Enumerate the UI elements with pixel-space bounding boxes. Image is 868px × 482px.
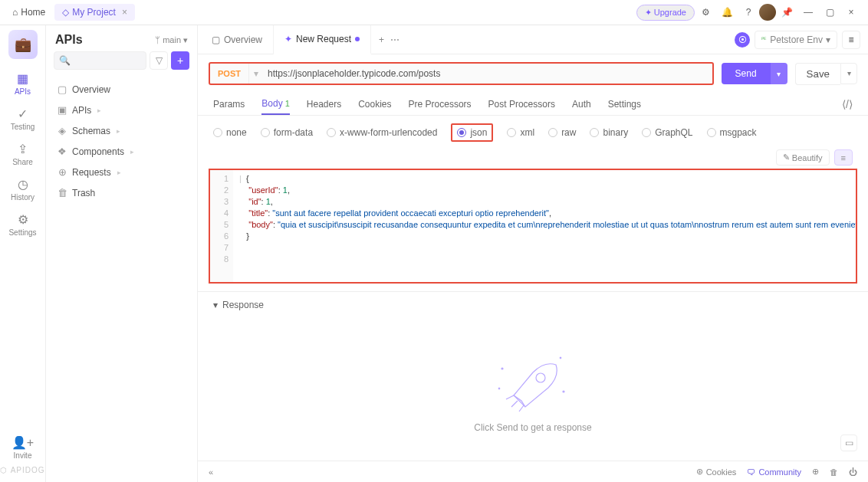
rail-share[interactable]: ⇪Share [4, 137, 42, 171]
subtab-pre[interactable]: Pre Processors [409, 93, 472, 115]
branch-selector[interactable]: ᛘ main ▾ [155, 35, 188, 45]
title-bar: ⌂ Home ◇ My Project × ✦ Upgrade ⚙ 🔔 ? 📌 … [0, 0, 868, 25]
subtab-params[interactable]: Params [213, 93, 245, 115]
bodytype-json[interactable]: json [451, 123, 493, 142]
chevron-down-icon: ▾ [183, 35, 188, 45]
pin-icon[interactable]: 📌 [776, 2, 797, 23]
cookie-icon: ⊛ [696, 467, 703, 477]
tree-components[interactable]: ❖Components▸ [46, 141, 197, 162]
bodytype-form[interactable]: form-data [261, 127, 313, 138]
subtab-post[interactable]: Post Processors [488, 93, 555, 115]
brand-label: ⬡ APIDOG [0, 466, 44, 482]
gear-icon[interactable]: ⚙ [695, 2, 716, 23]
tree-requests[interactable]: ⊕Requests▸ [46, 162, 197, 182]
collapse-sidebar-button[interactable]: « [209, 467, 213, 477]
method-selector[interactable]: POST [210, 64, 249, 84]
subtab-headers[interactable]: Headers [307, 93, 341, 115]
plus-icon: + [177, 54, 183, 67]
wand-icon: ✎ [783, 152, 790, 162]
sidebar-title: APIs [55, 33, 83, 47]
bodytype-raw[interactable]: raw [548, 127, 576, 138]
bodytype-urlenc[interactable]: x-www-form-urlencoded [327, 127, 437, 138]
close-window-icon[interactable]: × [840, 2, 862, 23]
search-input[interactable]: 🔍 [54, 51, 146, 70]
chevron-down-icon[interactable]: ▾ [249, 68, 263, 79]
new-tab-button[interactable]: + [379, 34, 384, 45]
overview-icon: ▢ [212, 34, 220, 45]
footer-trash-icon[interactable]: 🗑 [830, 467, 838, 477]
tab-new-request[interactable]: ✦New Request [274, 25, 371, 54]
env-badge[interactable]: ⦿ [735, 32, 750, 48]
project-tab[interactable]: ◇ My Project × [54, 4, 135, 21]
home-label: Home [21, 7, 45, 18]
maximize-icon[interactable]: ▢ [819, 2, 840, 23]
rail-testing[interactable]: ✓Testing [4, 102, 42, 136]
bodytype-graphql[interactable]: GraphQL [642, 127, 692, 138]
bodytype-none[interactable]: none [213, 127, 247, 138]
status-bar: « ⊛Cookies 🗨Community ⊕ 🗑 ⏻ [198, 461, 868, 482]
footer-power-icon[interactable]: ⏻ [849, 467, 857, 477]
expand-response-button[interactable]: ▭ [840, 434, 857, 451]
subtab-body[interactable]: Body1 [261, 93, 289, 115]
tab-menu-button[interactable]: ⋯ [390, 34, 399, 45]
svg-point-2 [563, 391, 564, 392]
unsaved-dot-icon [355, 37, 360, 41]
request-sub-tabs: Params Body1 Headers Cookies Pre Process… [198, 93, 868, 116]
home-tab[interactable]: ⌂ Home [6, 4, 51, 21]
avatar[interactable] [759, 4, 776, 21]
footer-cookies[interactable]: ⊛Cookies [696, 467, 737, 477]
tab-overview[interactable]: ▢Overview [201, 25, 274, 54]
json-editor[interactable]: 12345678 | { "userId": 1, "id": 1, "titl… [209, 169, 857, 284]
save-dropdown-button[interactable]: ▾ [840, 63, 857, 84]
save-button[interactable]: Save [795, 63, 840, 85]
tree-overview[interactable]: ▢Overview [46, 79, 197, 100]
bodytype-binary[interactable]: binary [590, 127, 628, 138]
sparkle-icon: ✦ [284, 34, 292, 44]
sidebar: APIs ᛘ main ▾ 🔍 ▽ + ▢Overview ▣APIs▸ ◈Sc… [46, 25, 198, 482]
rail-apis[interactable]: ▦APIs [4, 67, 42, 100]
upgrade-button[interactable]: ✦ Upgrade [636, 5, 695, 21]
chevron-down-icon: ▾ [213, 300, 218, 310]
env-selector[interactable]: ᴾᴱPetstore Env▾ [755, 31, 837, 49]
code-content[interactable]: | { "userId": 1, "id": 1, "title": "sunt… [233, 170, 856, 282]
footer-community[interactable]: 🗨Community [747, 467, 801, 477]
url-box: POST ▾ [209, 62, 714, 85]
bell-icon[interactable]: 🔔 [716, 2, 738, 23]
footer-add-icon[interactable]: ⊕ [812, 467, 819, 477]
apis-icon: ▦ [17, 71, 28, 86]
rail-settings[interactable]: ⚙Settings [4, 208, 42, 241]
svg-point-1 [501, 368, 503, 369]
chevron-down-icon: ▾ [826, 34, 830, 45]
bodytype-xml[interactable]: xml [507, 127, 534, 138]
send-button[interactable]: Send [722, 63, 771, 84]
add-button[interactable]: + [171, 51, 189, 70]
subtab-cookies[interactable]: Cookies [358, 93, 391, 115]
tree-schemas[interactable]: ◈Schemas▸ [46, 120, 197, 141]
rail-history[interactable]: ◷History [4, 172, 42, 206]
response-header[interactable]: ▾ Response [198, 291, 868, 318]
caret-icon: ▸ [130, 148, 134, 156]
subtab-settings[interactable]: Settings [608, 93, 641, 115]
send-dropdown-button[interactable]: ▾ [771, 63, 787, 84]
bodytype-msgpack[interactable]: msgpack [707, 127, 757, 138]
code-icon[interactable]: ⟨/⟩ [842, 98, 853, 110]
editor-settings-button[interactable]: ≡ [834, 149, 853, 166]
rail-invite[interactable]: 👤+Invite [4, 431, 42, 464]
tree-apis[interactable]: ▣APIs▸ [46, 100, 197, 120]
filter-icon: ▽ [156, 55, 163, 66]
url-row: POST ▾ Send ▾ Save ▾ [198, 54, 868, 93]
project-label: My Project [72, 7, 116, 18]
filter-button[interactable]: ▽ [150, 51, 168, 70]
minimize-icon[interactable]: — [797, 2, 819, 23]
beautify-button[interactable]: ✎Beautify [776, 149, 830, 166]
project-logo[interactable]: 💼 [8, 30, 38, 59]
search-icon: 🔍 [59, 55, 71, 66]
close-icon[interactable]: × [122, 7, 127, 18]
tree-trash[interactable]: 🗑Trash [46, 182, 197, 203]
subtab-auth[interactable]: Auth [572, 93, 591, 115]
content-area: ▢Overview ✦New Request + ⋯ ⦿ ᴾᴱPetstore … [198, 25, 868, 482]
url-input[interactable] [263, 68, 712, 79]
testing-icon: ✓ [18, 107, 28, 121]
env-menu-button[interactable]: ≡ [842, 31, 860, 49]
help-icon[interactable]: ? [738, 2, 759, 23]
